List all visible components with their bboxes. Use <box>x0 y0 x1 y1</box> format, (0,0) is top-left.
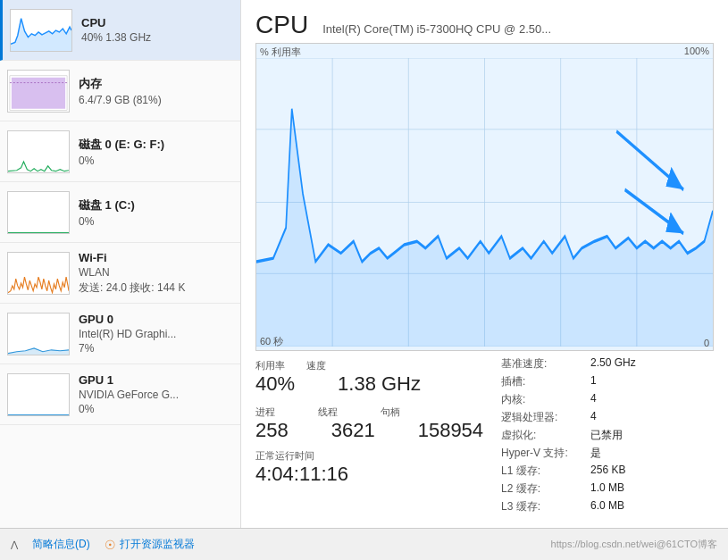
chevron-up-icon: ⋀ <box>11 539 18 549</box>
runtime-value: 4:04:11:16 <box>255 463 483 486</box>
specs-key: L3 缓存: <box>501 499 590 514</box>
footer-left: ⋀ 简略信息(D) ☉ 打开资源监视器 <box>11 537 195 552</box>
summary-link[interactable]: 简略信息(D) <box>32 537 90 552</box>
stat-row-1: 利用率速度 <box>255 356 483 372</box>
wifi-item-sub-line2: 发送: 24.0 接收: 144 K <box>79 280 233 296</box>
sidebar-item-cpu[interactable]: CPU 40% 1.38 GHz <box>0 0 240 61</box>
cpu-item-name: CPU <box>81 16 233 29</box>
specs-val: 1 <box>590 374 597 389</box>
memory-item-sub: 6.4/7.9 GB (81%) <box>79 94 233 106</box>
specs-key: 虚拟化: <box>501 428 590 443</box>
stat-row-values-2: 258 3621 158954 <box>255 419 483 442</box>
handle-value: 158954 <box>418 419 483 441</box>
gpu1-item-info: GPU 1 NVIDIA GeForce G... 0% <box>79 373 233 415</box>
stat-handle-val: 158954 <box>418 419 483 442</box>
specs-key: 内核: <box>501 392 590 407</box>
main-content: CPU Intel(R) Core(TM) i5-7300HQ CPU @ 2.… <box>241 0 728 528</box>
gpu1-mini-chart <box>7 373 70 416</box>
utilization-label: 利用率 <box>255 360 285 371</box>
specs-key: 逻辑处理器: <box>501 410 590 425</box>
utilization-value: 40% <box>255 372 295 395</box>
runtime-label: 正常运行时间 <box>255 449 483 463</box>
specs-row: Hyper-V 支持:是 <box>501 446 714 461</box>
monitor-link[interactable]: 打开资源监视器 <box>120 537 195 552</box>
cpu-chart: % 利用率 100% <box>255 43 714 351</box>
disk1-mini-chart <box>7 191 70 234</box>
chart-x-label-left: 60 秒 <box>260 335 283 348</box>
memory-item-name: 内存 <box>79 76 233 92</box>
cpu-item-sub: 40% 1.38 GHz <box>81 31 233 44</box>
sidebar-item-memory[interactable]: 内存 6.4/7.9 GB (81%) <box>0 61 240 121</box>
gpu1-item-name: GPU 1 <box>79 373 233 387</box>
disk0-item-info: 磁盘 0 (E: G: F:) 0% <box>79 137 233 167</box>
stat-process-label: 进程 <box>255 403 275 419</box>
sidebar-item-disk0[interactable]: 磁盘 0 (E: G: F:) 0% <box>0 121 240 182</box>
disk0-mini-chart <box>7 130 70 173</box>
footer-url: https://blog.csdn.net/wei@61CTO博客 <box>551 538 717 551</box>
chart-y-max: 100% <box>684 46 709 56</box>
specs-key: 基准速度: <box>501 356 590 372</box>
specs-val: 已禁用 <box>590 428 623 443</box>
stats-right: 基准速度:2.50 GHz插槽:1内核:4逻辑处理器:4虚拟化:已禁用Hyper… <box>501 356 714 517</box>
gpu0-item-info: GPU 0 Intel(R) HD Graphi... 7% <box>79 313 233 355</box>
specs-row: 基准速度:2.50 GHz <box>501 356 714 372</box>
chart-x-label-right: 0 <box>704 338 709 348</box>
process-label: 进程 <box>255 406 275 417</box>
specs-key: Hyper-V 支持: <box>501 446 590 461</box>
stat-speed-val: 1.38 GHz <box>338 372 421 396</box>
specs-row: 虚拟化:已禁用 <box>501 428 714 443</box>
specs-val: 4 <box>590 392 597 407</box>
stat-row-values-1: 40% 1.38 GHz <box>255 372 483 396</box>
handle-label: 句柄 <box>381 406 400 417</box>
thread-label: 线程 <box>318 406 338 417</box>
specs-row: L2 缓存:1.0 MB <box>501 481 714 497</box>
specs-key: 插槽: <box>501 374 590 389</box>
stat-utilization: 利用率速度 <box>255 356 326 372</box>
specs-row: 内核:4 <box>501 392 714 407</box>
sidebar-item-gpu0[interactable]: GPU 0 Intel(R) HD Graphi... 7% <box>0 304 240 364</box>
wifi-item-info: Wi-Fi WLAN 发送: 24.0 接收: 144 K <box>79 251 233 296</box>
specs-table: 基准速度:2.50 GHz插槽:1内核:4逻辑处理器:4虚拟化:已禁用Hyper… <box>501 356 714 514</box>
disk1-item-sub: 0% <box>79 215 233 228</box>
disk0-item-sub: 0% <box>79 155 233 167</box>
sidebar-item-disk1[interactable]: 磁盘 1 (C:) 0% <box>0 182 240 243</box>
specs-key: L2 缓存: <box>501 481 590 497</box>
cpu-mini-chart <box>10 9 72 52</box>
page-title: CPU <box>255 11 308 39</box>
gpu1-item-sub-line1: NVIDIA GeForce G... <box>79 389 233 401</box>
cpu-item-info: CPU 40% 1.38 GHz <box>81 16 233 44</box>
specs-row: 插槽:1 <box>501 374 714 389</box>
sidebar-item-wifi[interactable]: Wi-Fi WLAN 发送: 24.0 接收: 144 K <box>0 243 240 304</box>
monitor-icon: ☉ <box>105 538 116 552</box>
specs-row: L3 缓存:6.0 MB <box>501 499 714 514</box>
gpu0-mini-chart <box>7 313 70 355</box>
chart-y-label: % 利用率 <box>260 46 301 59</box>
specs-key: L1 缓存: <box>501 464 590 479</box>
page-subtitle: Intel(R) Core(TM) i5-7300HQ CPU @ 2.50..… <box>322 22 551 36</box>
disk1-item-info: 磁盘 1 (C:) 0% <box>79 197 233 228</box>
wifi-mini-chart <box>7 252 70 295</box>
stat-process-val: 258 <box>255 419 289 442</box>
specs-val: 1.0 MB <box>590 481 624 497</box>
specs-val: 4 <box>590 410 597 425</box>
wifi-item-sub-line1: WLAN <box>79 266 233 279</box>
gpu0-item-sub-line1: Intel(R) HD Graphi... <box>79 328 233 340</box>
stat-thread-val: 3621 <box>331 419 375 442</box>
speed-value: 1.38 GHz <box>338 372 421 395</box>
wifi-item-name: Wi-Fi <box>79 251 233 264</box>
specs-row: 逻辑处理器:4 <box>501 410 714 425</box>
process-value: 258 <box>255 419 289 441</box>
specs-val: 是 <box>590 446 601 461</box>
memory-mini-chart <box>7 70 70 113</box>
specs-row: L1 缓存:256 KB <box>501 464 714 479</box>
stats-area: 利用率速度 40% 1.38 GHz 进程 线程 <box>255 356 714 517</box>
disk1-item-name: 磁盘 1 (C:) <box>79 197 233 213</box>
content-header: CPU Intel(R) Core(TM) i5-7300HQ CPU @ 2.… <box>255 11 714 39</box>
gpu0-item-name: GPU 0 <box>79 313 233 326</box>
gpu1-item-sub-line2: 0% <box>79 403 233 415</box>
thread-value: 3621 <box>331 419 375 441</box>
speed-label: 速度 <box>306 360 326 371</box>
sidebar: CPU 40% 1.38 GHz 内存 6.4/7.9 GB (81%) <box>0 0 241 528</box>
sidebar-item-gpu1[interactable]: GPU 1 NVIDIA GeForce G... 0% <box>0 364 240 425</box>
stat-handle-label: 句柄 <box>381 403 400 419</box>
